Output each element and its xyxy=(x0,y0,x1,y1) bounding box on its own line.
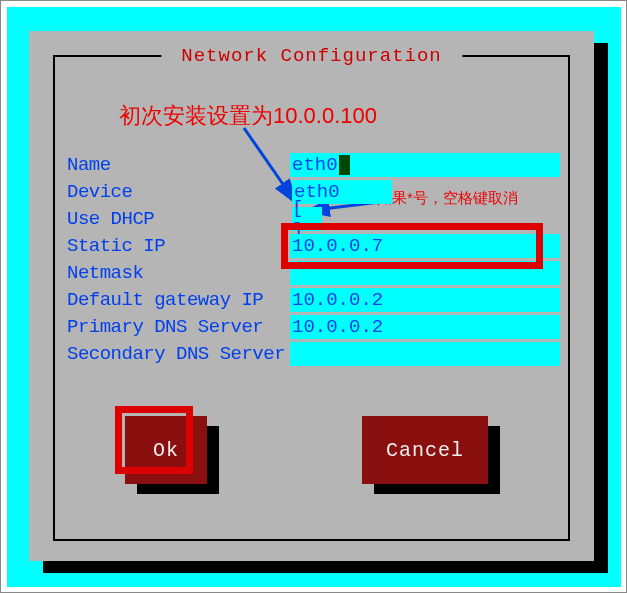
label-secondary-dns: Secondary DNS Server xyxy=(67,343,290,365)
border-left xyxy=(53,55,55,541)
value-static-ip: 10.0.0.7 xyxy=(292,235,383,257)
field-name[interactable]: eth0 xyxy=(290,153,560,177)
field-primary-dns[interactable]: 10.0.0.2 xyxy=(290,315,560,339)
field-gateway[interactable]: 10.0.0.2 xyxy=(290,288,560,312)
label-static-ip: Static IP xyxy=(67,235,290,257)
row-name: Name eth0 xyxy=(67,151,560,178)
field-static-ip[interactable]: 10.0.0.7 xyxy=(290,234,560,258)
ok-button[interactable]: Ok xyxy=(125,416,207,484)
row-primary-dns: Primary DNS Server 10.0.0.2 xyxy=(67,313,560,340)
row-secondary-dns: Secondary DNS Server xyxy=(67,340,560,367)
border-bottom xyxy=(53,539,570,541)
field-secondary-dns[interactable] xyxy=(290,342,560,366)
cancel-button-label: Cancel xyxy=(386,439,464,462)
label-device: Device xyxy=(67,181,292,203)
dialog-title: Network Configuration xyxy=(161,45,462,67)
label-netmask: Netmask xyxy=(67,262,290,284)
ok-button-label: Ok xyxy=(153,439,179,462)
cursor-icon xyxy=(339,155,350,175)
row-gateway: Default gateway IP 10.0.0.2 xyxy=(67,286,560,313)
annotation-first-install: 初次安装设置为10.0.0.100 xyxy=(119,101,377,131)
label-name: Name xyxy=(67,154,290,176)
checkbox-use-dhcp[interactable]: [ ] xyxy=(292,207,322,231)
value-name: eth0 xyxy=(292,154,338,176)
field-netmask[interactable] xyxy=(290,261,560,285)
label-gateway: Default gateway IP xyxy=(67,289,290,311)
row-static-ip: Static IP 10.0.0.7 xyxy=(67,232,560,259)
form: Name eth0 Device eth0 Use DHCP [ ] xyxy=(67,151,560,367)
border-right xyxy=(568,55,570,541)
label-primary-dns: Primary DNS Server xyxy=(67,316,290,338)
row-use-dhcp: Use DHCP [ ] xyxy=(67,205,560,232)
value-primary-dns: 10.0.0.2 xyxy=(292,316,383,338)
cancel-button[interactable]: Cancel xyxy=(362,416,488,484)
dialog: Network Configuration 初次安装设置为10.0.0.100 … xyxy=(29,31,594,561)
label-use-dhcp: Use DHCP xyxy=(67,208,292,230)
row-netmask: Netmask xyxy=(67,259,560,286)
value-gateway: 10.0.0.2 xyxy=(292,289,383,311)
